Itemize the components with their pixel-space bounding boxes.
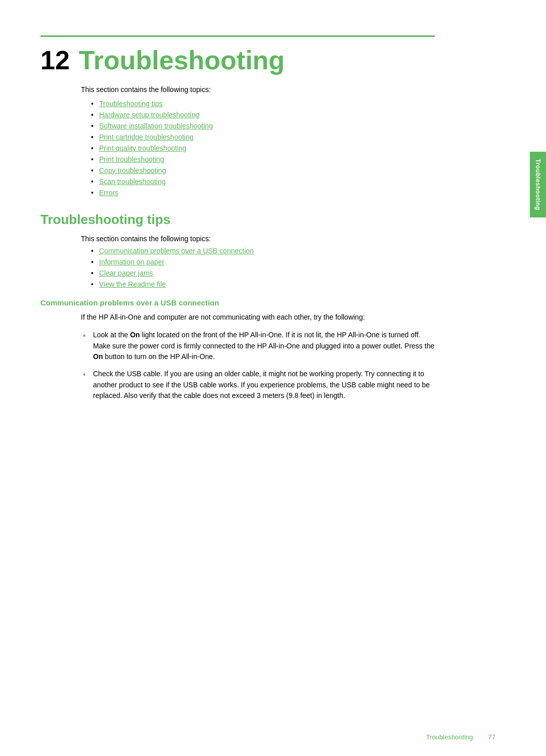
chapter-heading: 12 Troubleshooting — [40, 35, 435, 73]
section1-link-4[interactable]: View the Readme file — [99, 280, 166, 288]
section1-link-2[interactable]: Information on paper — [99, 258, 164, 266]
section1-heading: Troubleshooting tips — [40, 212, 435, 228]
list-item: Software installation troubleshooting — [91, 122, 435, 130]
toc-link-6[interactable]: Print troubleshooting — [99, 155, 164, 163]
main-content: 12 Troubleshooting This section contains… — [0, 0, 495, 756]
subsection1-body: If the HP All-in-One and computer are no… — [81, 312, 435, 323]
list-item: Troubleshooting tips — [91, 100, 435, 108]
bullet1-bold2: On — [93, 352, 103, 361]
toc-list: Troubleshooting tips Hardware setup trou… — [91, 100, 435, 197]
list-item: Check the USB cable. If you are using an… — [81, 369, 435, 402]
section1-links-list: Communication problems over a USB connec… — [91, 247, 435, 288]
chapter-number: 12 — [40, 47, 70, 73]
toc-link-2[interactable]: Hardware setup troubleshooting — [99, 111, 199, 119]
list-item: View the Readme file — [91, 280, 435, 288]
page-footer: Troubleshooting 77 — [426, 733, 495, 741]
footer-page: 77 — [488, 733, 495, 741]
section1-link-3[interactable]: Clear paper jams — [99, 269, 153, 277]
toc-link-4[interactable]: Print cartridge troubleshooting — [99, 133, 194, 141]
page-container: Troubleshooting 12 Troubleshooting This … — [0, 0, 546, 756]
list-item: Print troubleshooting — [91, 155, 435, 163]
list-item: Copy troubleshooting — [91, 166, 435, 174]
toc-link-3[interactable]: Software installation troubleshooting — [99, 122, 213, 130]
subsection1-heading: Communication problems over a USB connec… — [40, 298, 435, 307]
toc-link-5[interactable]: Print quality troubleshooting — [99, 144, 187, 152]
list-item: Scan troubleshooting — [91, 177, 435, 186]
list-item: Errors — [91, 189, 435, 197]
list-item: Information on paper — [91, 258, 435, 266]
bullet1-text-middle: light located on the front of the HP All… — [93, 331, 434, 350]
bullet1-text-before: Look at the — [93, 331, 130, 339]
list-item: Clear paper jams — [91, 269, 435, 277]
side-tab-label: Troubleshooting — [534, 159, 541, 210]
list-item: Hardware setup troubleshooting — [91, 111, 435, 119]
side-tab: Troubleshooting — [530, 152, 546, 217]
chapter-title: Troubleshooting — [79, 47, 285, 73]
section1-link-1[interactable]: Communication problems over a USB connec… — [99, 247, 254, 255]
toc-link-1[interactable]: Troubleshooting tips — [99, 100, 163, 108]
section1-intro: This section contains the following topi… — [81, 235, 435, 243]
footer-label: Troubleshooting — [426, 733, 473, 741]
bullet1-bold1: On — [130, 331, 140, 339]
bullet1-text-end: button to turn on the HP All-in-One. — [103, 352, 215, 361]
toc-link-7[interactable]: Copy troubleshooting — [99, 166, 166, 174]
list-item: Look at the On light located on the fron… — [81, 330, 435, 363]
toc-link-9[interactable]: Errors — [99, 189, 118, 197]
list-item: Print quality troubleshooting — [91, 144, 435, 152]
toc-intro-text: This section contains the following topi… — [81, 85, 435, 94]
list-item: Print cartridge troubleshooting — [91, 133, 435, 141]
bullet2-text: Check the USB cable. If you are using an… — [93, 370, 430, 399]
bullet-list: Look at the On light located on the fron… — [81, 330, 435, 402]
list-item: Communication problems over a USB connec… — [91, 247, 435, 255]
toc-link-8[interactable]: Scan troubleshooting — [99, 177, 166, 186]
